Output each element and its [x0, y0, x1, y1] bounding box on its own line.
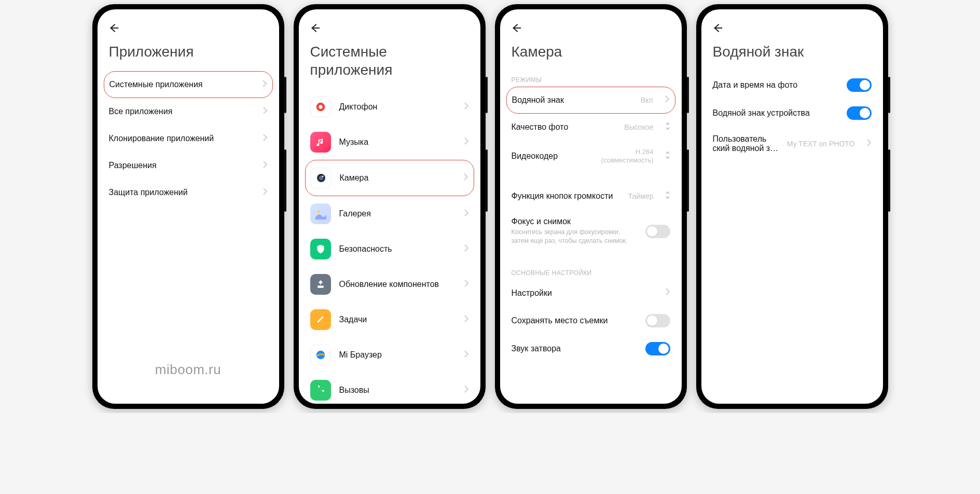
toggle-date-time[interactable] [847, 78, 872, 92]
chevron-right-icon [263, 160, 268, 171]
row-device-watermark[interactable]: Водяной знак устройства [701, 99, 883, 127]
back-arrow-icon [712, 22, 723, 34]
row-security[interactable]: Безопасность [299, 231, 480, 267]
row-app-protection[interactable]: Защита приложений [98, 179, 279, 206]
chevron-right-icon [263, 106, 268, 117]
page-title: Камера [500, 39, 682, 71]
row-label: Диктофон [339, 102, 452, 112]
chevron-right-icon [866, 139, 872, 149]
row-tasks[interactable]: Задачи [299, 302, 480, 337]
updown-icon [665, 151, 670, 161]
row-label: Водяной знак [512, 95, 632, 105]
toggle-device-watermark[interactable] [847, 106, 872, 120]
back-arrow-icon [309, 22, 321, 34]
row-label: Качество фото [512, 122, 616, 132]
row-recorder[interactable]: Диктофон [299, 89, 480, 125]
chevron-right-icon [463, 173, 468, 184]
toggle-focus-shoot[interactable] [645, 225, 670, 238]
update-icon [310, 274, 331, 295]
row-camera[interactable]: Камера [305, 160, 474, 196]
svg-point-5 [317, 211, 320, 214]
chevron-right-icon [464, 137, 469, 148]
screen-1: Приложения Системные приложения Все прил… [98, 9, 279, 404]
row-watermark[interactable]: Водяной знак Вкл [506, 87, 675, 114]
row-video-encoder[interactable]: Видеокодер H.264 (совместимость) [500, 141, 682, 171]
row-value: H.264 (совместимость) [601, 148, 654, 164]
back-arrow-icon [510, 22, 522, 34]
updown-icon [665, 122, 670, 132]
row-label: Звук затвора [512, 344, 637, 353]
globe-icon [310, 345, 331, 365]
row-photo-quality[interactable]: Качество фото Высокое [500, 114, 682, 141]
value-line2: (совместимость) [601, 156, 654, 164]
chevron-right-icon [263, 187, 268, 198]
row-label: Клонирование приложений [109, 134, 251, 143]
row-label: Mi Браузер [339, 350, 452, 360]
row-label: Безопасность [339, 244, 452, 254]
row-label: Водяной знак устройства [713, 108, 838, 118]
row-focus-shoot[interactable]: Фокус и снимок Коснитесь экрана для фоку… [500, 210, 682, 253]
row-calls[interactable]: Вызовы [299, 373, 480, 404]
chevron-right-icon [464, 244, 469, 255]
row-label: Сохранять место съемки [512, 316, 637, 325]
row-label: Системные приложения [109, 80, 251, 89]
row-label: Функция кнопок громкости [512, 191, 620, 201]
phone-frame-4: Водяной знак Дата и время на фото Водяно… [696, 4, 888, 409]
chevron-right-icon [665, 287, 670, 298]
row-clone-apps[interactable]: Клонирование приложений [98, 125, 279, 152]
row-date-time-photo[interactable]: Дата и время на фото [701, 71, 883, 99]
svg-point-4 [322, 176, 323, 177]
screen-2: Системные приложения Диктофон Музыка Кам… [299, 9, 480, 404]
chevron-right-icon [464, 102, 469, 113]
row-custom-watermark[interactable]: Пользователь ский водяной з… My TEXT on … [701, 127, 883, 160]
back-arrow-icon [108, 22, 119, 34]
row-label: Все приложения [109, 107, 251, 116]
row-label: Вызовы [339, 386, 452, 395]
back-button[interactable] [701, 17, 724, 39]
screen-4: Водяной знак Дата и время на фото Водяно… [701, 9, 883, 404]
phone-frame-2: Системные приложения Диктофон Музыка Кам… [294, 4, 486, 409]
row-label: Дата и время на фото [713, 80, 838, 90]
row-value: Вкл [641, 96, 653, 104]
row-system-apps[interactable]: Системные приложения [104, 71, 273, 98]
svg-point-1 [319, 105, 322, 108]
back-button[interactable] [98, 17, 120, 39]
row-sub: Коснитесь экрана для фокусировки, затем … [512, 228, 637, 245]
row-browser[interactable]: Mi Браузер [299, 337, 480, 373]
svg-rect-6 [318, 286, 324, 288]
chevron-right-icon [464, 314, 469, 325]
chevron-right-icon [464, 209, 469, 219]
row-permissions[interactable]: Разрешения [98, 152, 279, 179]
toggle-save-location[interactable] [645, 314, 670, 327]
row-update[interactable]: Обновление компонентов [299, 267, 480, 302]
section-modes: РЕЖИМЫ [500, 71, 682, 87]
phone-frame-3: Камера РЕЖИМЫ Водяной знак Вкл Качество … [495, 4, 687, 409]
chevron-right-icon [262, 79, 267, 90]
gallery-icon [310, 203, 331, 224]
chevron-right-icon [263, 133, 268, 144]
page-title: Системные приложения [299, 39, 480, 89]
row-music[interactable]: Музыка [299, 125, 480, 160]
row-label: Камера [340, 173, 452, 183]
row-volume-buttons[interactable]: Функция кнопок громкости Таймер [500, 183, 682, 210]
back-button[interactable] [500, 17, 523, 39]
screen-3: Камера РЕЖИМЫ Водяной знак Вкл Качество … [500, 9, 682, 404]
chevron-right-icon [464, 350, 469, 361]
row-value: Высокое [624, 123, 653, 131]
row-label: Задачи [339, 315, 452, 324]
row-value: My TEXT on PHOTO [787, 140, 855, 148]
row-all-apps[interactable]: Все приложения [98, 98, 279, 125]
back-button[interactable] [299, 17, 322, 39]
music-icon [310, 132, 331, 153]
page-title: Водяной знак [701, 39, 883, 71]
row-label: Настройки [512, 289, 654, 298]
row-settings[interactable]: Настройки [500, 280, 682, 307]
row-gallery[interactable]: Галерея [299, 196, 480, 231]
row-shutter-sound[interactable]: Звук затвора [500, 335, 682, 363]
toggle-shutter-sound[interactable] [645, 342, 670, 355]
row-save-location[interactable]: Сохранять место съемки [500, 307, 682, 335]
tasks-icon [310, 309, 331, 330]
row-label: Видеокодер [512, 152, 593, 161]
camera-icon [311, 168, 332, 188]
chevron-right-icon [464, 279, 469, 290]
